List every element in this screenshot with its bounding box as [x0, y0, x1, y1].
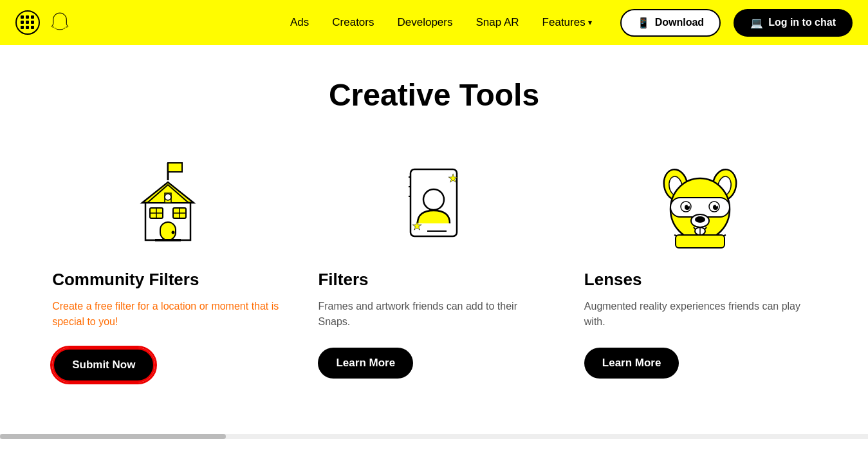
cards-row: Community Filters Create a free filter f…: [48, 151, 820, 382]
filters-desc: Frames and artwork friends can add to th…: [318, 299, 549, 330]
page-title: Creative Tools: [39, 77, 829, 113]
svg-point-31: [695, 216, 705, 223]
main-content: Creative Tools: [0, 45, 868, 434]
download-button[interactable]: 📱 Download: [620, 9, 721, 37]
card-lenses: Lenses Augmented reality experiences fri…: [584, 151, 816, 379]
features-label: Features: [542, 16, 586, 29]
chevron-down-icon: ▾: [588, 18, 592, 27]
phone-icon: 📱: [637, 17, 650, 29]
navbar: Ads Creators Developers Snap AR Features…: [0, 0, 868, 45]
nav-link-creators[interactable]: Creators: [332, 16, 374, 29]
apps-grid-button[interactable]: [15, 10, 40, 35]
card-filters: ★ ★ Filters Frames and artwork friends c…: [318, 151, 549, 379]
nav-link-developers[interactable]: Developers: [397, 16, 452, 29]
filters-learn-more-button[interactable]: Learn More: [318, 348, 413, 379]
svg-text:★: ★: [412, 220, 422, 232]
login-button[interactable]: 💻 Log in to chat: [734, 9, 853, 37]
svg-point-6: [172, 231, 175, 234]
svg-text:★: ★: [448, 172, 458, 185]
community-filters-title: Community Filters: [52, 270, 199, 290]
lenses-title: Lenses: [584, 270, 642, 290]
nav-left: [15, 10, 72, 35]
submit-now-button[interactable]: Submit Now: [52, 348, 155, 382]
lenses-illustration: [584, 151, 816, 254]
nav-link-snap-ar[interactable]: Snap AR: [476, 16, 519, 29]
svg-rect-15: [155, 239, 181, 241]
svg-rect-40: [676, 235, 725, 248]
scrollbar-thumb[interactable]: [0, 434, 226, 439]
nav-links: Ads Creators Developers Snap AR Features…: [290, 16, 592, 29]
snapchat-ghost-icon[interactable]: [48, 10, 72, 35]
lenses-learn-more-button[interactable]: Learn More: [584, 348, 679, 379]
laptop-icon: 💻: [750, 17, 763, 29]
svg-point-38: [687, 205, 689, 207]
grid-dots-icon: [21, 15, 35, 30]
community-filters-illustration: [52, 151, 284, 254]
filters-illustration: ★ ★: [318, 151, 549, 254]
svg-point-14: [165, 194, 171, 200]
login-label: Log in to chat: [768, 17, 836, 28]
community-filters-desc: Create a free filter for a location or m…: [52, 299, 284, 330]
filters-title: Filters: [318, 270, 368, 290]
nav-link-features[interactable]: Features ▾: [542, 16, 592, 29]
card-community-filters: Community Filters Create a free filter f…: [52, 151, 284, 382]
lenses-desc: Augmented reality experiences friends ca…: [584, 299, 816, 330]
svg-point-21: [423, 189, 444, 210]
nav-link-ads[interactable]: Ads: [290, 16, 309, 29]
community-filters-desc-highlight: Create a free filter for a location or m…: [52, 301, 279, 327]
download-label: Download: [655, 17, 704, 28]
scrollbar[interactable]: [0, 434, 868, 439]
svg-rect-1: [168, 163, 182, 172]
svg-point-39: [716, 205, 717, 207]
